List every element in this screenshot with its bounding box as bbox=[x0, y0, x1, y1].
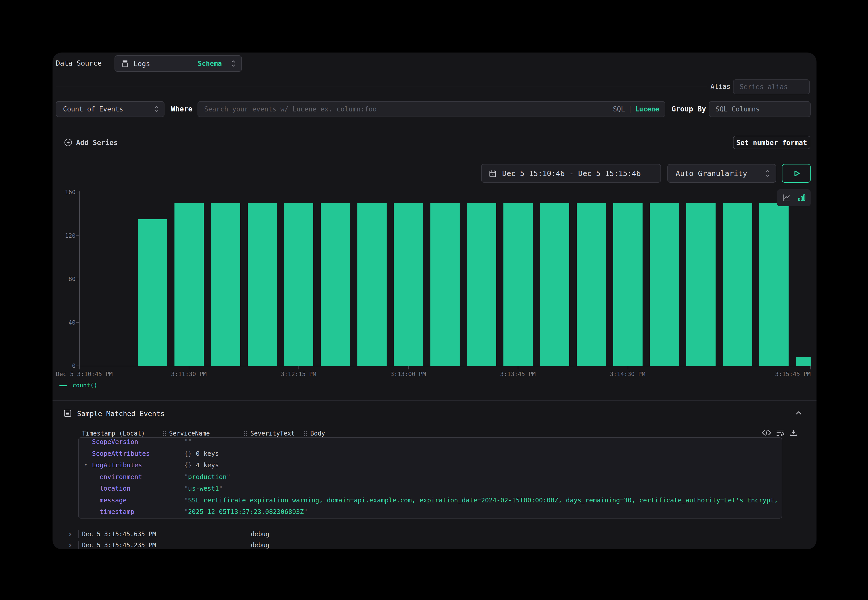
y-axis-tick bbox=[76, 322, 79, 323]
data-source-select[interactable]: Logs Schema bbox=[115, 55, 242, 72]
chevron-updown-icon bbox=[154, 105, 159, 114]
bar bbox=[467, 203, 496, 366]
event-timestamp: Dec 5 3:15:45.235 PM bbox=[82, 542, 156, 549]
log-attribute-row[interactable]: location"us-west1" bbox=[79, 483, 782, 494]
bar bbox=[503, 203, 533, 366]
log-attribute-row[interactable]: timestamp"2025-12-05T13:57:23.082306893Z… bbox=[79, 506, 782, 518]
column-header-severitytext[interactable]: SeverityText bbox=[243, 429, 295, 438]
x-axis-tick bbox=[628, 367, 628, 370]
chevron-updown-icon bbox=[230, 59, 236, 68]
x-axis-tick-label: 3:14:30 PM bbox=[610, 371, 645, 377]
log-attribute-row[interactable]: message"SSL certificate expiration warni… bbox=[79, 495, 782, 506]
brace-glyph: {} bbox=[184, 461, 192, 469]
attribute-value: "" bbox=[184, 438, 192, 445]
attribute-key[interactable]: environment bbox=[100, 473, 142, 480]
run-query-button[interactable] bbox=[782, 164, 810, 183]
bar bbox=[686, 203, 715, 366]
quote-glyph: " bbox=[184, 485, 188, 492]
divider bbox=[56, 86, 707, 87]
schema-link[interactable]: Schema bbox=[198, 60, 222, 67]
x-axis-tick bbox=[189, 367, 189, 370]
y-axis-tick-label: 120 bbox=[55, 232, 76, 239]
attribute-key[interactable]: ScopeVersion bbox=[92, 438, 138, 445]
log-attribute-row[interactable]: ScopeVersion"" bbox=[79, 437, 782, 448]
string-value: production bbox=[188, 473, 227, 480]
y-axis-tick bbox=[76, 365, 79, 366]
log-attribute-row[interactable]: ▾LogAttributes{} 4 keys bbox=[79, 460, 782, 471]
bar-chart-icon[interactable] bbox=[797, 193, 806, 202]
legend-swatch bbox=[59, 385, 67, 386]
set-number-format-button[interactable]: Set number format bbox=[733, 136, 810, 149]
attribute-value: {} 0 keys bbox=[184, 450, 219, 457]
group-by-label: Group By bbox=[671, 105, 706, 113]
y-axis-tick-label: 40 bbox=[55, 319, 76, 326]
x-axis-tick bbox=[79, 367, 80, 370]
bar bbox=[211, 203, 240, 366]
calendar-icon bbox=[488, 169, 497, 178]
column-label: ServiceName bbox=[169, 430, 210, 437]
string-value: us-west1 bbox=[188, 485, 219, 492]
attribute-key[interactable]: timestamp bbox=[100, 508, 134, 515]
line-chart-icon[interactable] bbox=[782, 193, 791, 203]
chart-plot[interactable] bbox=[79, 192, 810, 366]
attribute-key[interactable]: ScopeAttributes bbox=[92, 450, 150, 457]
aggregation-value: Count of Events bbox=[63, 105, 123, 113]
x-axis-tick-label: 3:13:45 PM bbox=[500, 371, 535, 377]
group-by-input[interactable] bbox=[709, 101, 810, 117]
quote-glyph: " bbox=[184, 508, 188, 515]
where-label: Where bbox=[171, 105, 192, 113]
wrap-text-icon[interactable] bbox=[775, 428, 785, 438]
grip-icon[interactable] bbox=[303, 430, 308, 437]
bar bbox=[759, 203, 789, 366]
expand-chevron-icon[interactable]: › bbox=[68, 530, 73, 538]
attribute-key[interactable]: location bbox=[100, 485, 130, 492]
log-detail-panel[interactable]: ScopeVersion""ScopeAttributes{} 0 keys▾L… bbox=[78, 437, 782, 518]
y-axis-tick-label: 160 bbox=[55, 188, 76, 196]
aggregation-select[interactable]: Count of Events bbox=[56, 101, 165, 117]
bar bbox=[650, 203, 679, 366]
code-view-icon[interactable] bbox=[761, 428, 772, 438]
column-header-servicename[interactable]: ServiceName bbox=[162, 429, 210, 438]
alias-label: Alias bbox=[710, 83, 730, 91]
collapse-chevron-icon[interactable] bbox=[794, 409, 803, 418]
quote-glyph: " bbox=[304, 508, 308, 515]
attribute-key[interactable]: message bbox=[100, 497, 127, 504]
bar bbox=[284, 203, 314, 366]
attribute-key[interactable]: LogAttributes bbox=[92, 461, 142, 469]
y-axis-tick bbox=[76, 279, 79, 279]
data-source-value: Logs bbox=[133, 60, 150, 68]
bar bbox=[358, 203, 386, 366]
x-axis-tick-label: Dec 5 3:10:45 PM bbox=[56, 371, 113, 377]
query-language-toggle[interactable]: SQL | Lucene bbox=[613, 101, 659, 117]
column-header-body[interactable]: Body bbox=[303, 429, 325, 438]
date-range-picker[interactable]: Dec 5 15:10:46 - Dec 5 15:15:46 bbox=[481, 164, 661, 183]
granularity-select[interactable]: Auto Granularity bbox=[667, 164, 776, 183]
series-alias-input[interactable] bbox=[733, 79, 810, 94]
expand-chevron-icon[interactable]: › bbox=[68, 541, 73, 549]
event-row[interactable]: ›Dec 5 3:15:45.235 PMdebug bbox=[53, 539, 816, 549]
add-series-button[interactable]: Add Series bbox=[64, 138, 118, 147]
grip-icon[interactable] bbox=[243, 430, 248, 437]
download-icon[interactable] bbox=[788, 428, 798, 438]
expand-arrow-icon[interactable]: ▾ bbox=[84, 461, 87, 468]
sample-events-title: Sample Matched Events bbox=[77, 410, 165, 418]
log-attribute-row[interactable]: ScopeAttributes{} 0 keys bbox=[79, 448, 782, 459]
string-value: 2025-12-05T13:57:23.082306893Z bbox=[188, 508, 304, 515]
event-list-icon bbox=[63, 409, 72, 418]
bar bbox=[540, 203, 569, 366]
log-attribute-row[interactable]: environment"production" bbox=[79, 471, 782, 483]
sql-toggle[interactable]: SQL bbox=[613, 105, 625, 113]
event-row[interactable]: ›Dec 5 3:15:45.635 PMdebug bbox=[53, 529, 816, 540]
grip-icon[interactable] bbox=[162, 430, 167, 437]
section-divider bbox=[53, 400, 816, 401]
bar bbox=[430, 203, 460, 366]
bar bbox=[248, 203, 277, 366]
quote-glyph: " bbox=[227, 473, 230, 480]
event-severity: debug bbox=[251, 530, 269, 538]
y-axis-tick-label: 0 bbox=[55, 362, 76, 370]
bar bbox=[321, 203, 350, 366]
search-input[interactable] bbox=[197, 101, 665, 117]
lucene-toggle[interactable]: Lucene bbox=[635, 105, 659, 113]
legend-series-label[interactable]: count() bbox=[73, 382, 97, 389]
column-header-timestamp[interactable]: Timestamp (Local) bbox=[82, 429, 145, 438]
